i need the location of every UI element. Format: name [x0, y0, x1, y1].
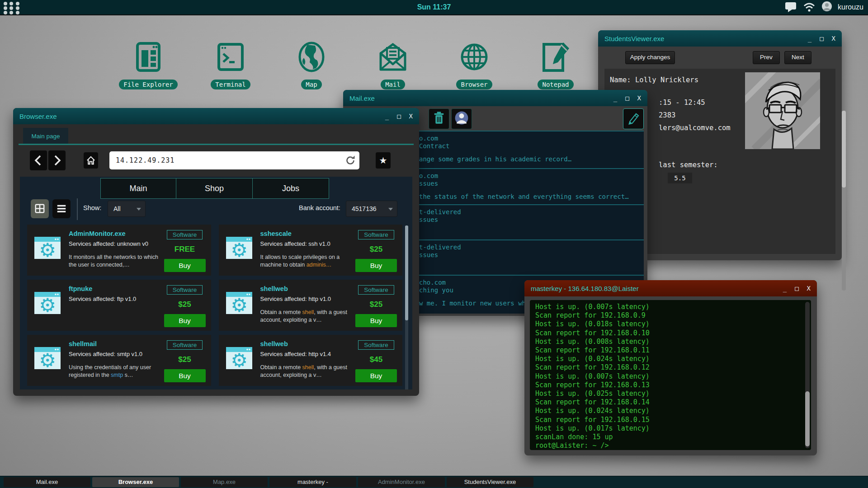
contacts-button[interactable]	[451, 108, 472, 129]
close-icon[interactable]: X	[637, 94, 641, 102]
desktop-icon-label: Map	[301, 80, 321, 89]
taskbar-item-masterkey[interactable]: masterkey -	[269, 477, 356, 487]
back-button[interactable]	[30, 150, 47, 170]
maximize-icon[interactable]: □	[397, 113, 401, 120]
show-filter-select[interactable]: All	[108, 201, 146, 217]
minimize-icon[interactable]: _	[613, 94, 617, 102]
masterkey-titlebar[interactable]: masterkey - 136.64.180.83@Laister _□X	[524, 280, 817, 296]
grade-field[interactable]: 5.5	[668, 173, 692, 183]
terminal-output[interactable]: Host is up. (0.007s latency) Scan report…	[530, 300, 811, 450]
bank-account-select[interactable]: 4517136	[346, 201, 397, 217]
browser-scrollbar[interactable]	[405, 225, 408, 389]
username-label: kurouzu	[838, 3, 863, 11]
app-window-gear-icon: ⚙	[33, 234, 61, 272]
desktop-icon-terminal[interactable]: Terminal	[199, 39, 262, 89]
reload-icon[interactable]	[344, 154, 357, 167]
next-button[interactable]: Next	[784, 51, 811, 64]
taskbar-item-mail-exe[interactable]: Mail.exe	[4, 477, 90, 487]
students-titlebar[interactable]: StudentsViewer.exe _□X	[598, 30, 842, 47]
taskbar-item-studentsviewer-exe[interactable]: StudentsViewer.exe	[447, 477, 533, 487]
url-input[interactable]	[109, 151, 359, 169]
bookmark-button[interactable]: ★	[376, 152, 391, 169]
chat-icon[interactable]	[784, 0, 797, 14]
svg-text:⚙: ⚙	[39, 239, 56, 261]
desktop-icon-label: Browser	[456, 80, 492, 89]
students-scrollbar[interactable]	[842, 111, 846, 291]
desktop-icon-notepad[interactable]: Notepad	[524, 39, 587, 89]
minimize-icon[interactable]: _	[808, 35, 811, 42]
minimize-icon[interactable]: _	[783, 285, 787, 292]
minimize-icon[interactable]: _	[385, 113, 389, 120]
desktop-icon-browser[interactable]: Browser	[443, 39, 506, 89]
prev-button[interactable]: Prev	[753, 51, 780, 64]
product-name[interactable]: shellmail	[69, 340, 163, 347]
terminal-icon	[199, 39, 262, 77]
desktop-icon-label: Terminal	[211, 80, 250, 89]
delete-mail-button[interactable]	[429, 108, 449, 129]
desktop-icon-mail[interactable]: Mail	[361, 39, 425, 89]
product-type-badge: Software	[358, 340, 394, 350]
compose-mail-button[interactable]	[623, 108, 644, 129]
svg-text:⚙: ⚙	[231, 294, 248, 316]
bank-account-label: Bank account:	[299, 204, 340, 211]
buy-button[interactable]: Buy	[355, 369, 397, 382]
product-name[interactable]: AdminMonitor.exe	[69, 230, 163, 237]
maximize-icon[interactable]: □	[625, 94, 629, 102]
student-portrait	[745, 72, 820, 149]
buy-button[interactable]: Buy	[355, 314, 397, 327]
product-name[interactable]: ftpnuke	[69, 285, 163, 292]
terminal-scrollbar[interactable]	[805, 302, 810, 448]
buy-button[interactable]: Buy	[164, 314, 206, 327]
list-view-button[interactable]	[52, 199, 71, 218]
desktop-icon-label: Mail	[381, 80, 405, 89]
site-tab-jobs[interactable]: Jobs	[252, 178, 329, 199]
desktop-icon-map[interactable]: Map	[280, 39, 343, 89]
students-title: StudentsViewer.exe	[604, 35, 664, 42]
svg-text:⚙: ⚙	[39, 349, 56, 371]
product-card: ⚙ shellmail Services affected: smtp v1.0…	[27, 335, 211, 386]
close-icon[interactable]: X	[832, 35, 835, 42]
product-name[interactable]: shellweb	[260, 285, 355, 292]
app-window-gear-icon: ⚙	[33, 344, 61, 382]
buy-button[interactable]: Buy	[355, 259, 397, 272]
product-card: ⚙ ftpnuke Services affected: ftp v1.0 So…	[27, 280, 211, 331]
product-description: Obtain a remote shell, with a guest acco…	[260, 309, 351, 324]
taskbar: Mail.exeBrowser.exeMap.exemasterkey -Adm…	[0, 476, 868, 488]
product-name[interactable]: sshescale	[260, 230, 355, 237]
forward-button[interactable]	[48, 150, 66, 170]
list-view-icon	[56, 203, 67, 214]
wifi-icon[interactable]	[802, 1, 816, 14]
browser-titlebar[interactable]: Browser.exe _□X	[13, 108, 419, 124]
desktop-icon-file-explorer[interactable]: File Explorer	[117, 39, 180, 89]
mail-item-text: ssues	[419, 251, 639, 259]
product-card: ⚙ shellweb Services affected: http v1.0 …	[219, 280, 403, 331]
taskbar-item-browser-exe[interactable]: Browser.exe	[92, 477, 179, 487]
maximize-icon[interactable]: □	[795, 285, 798, 292]
notepad-icon	[524, 39, 587, 77]
buy-button[interactable]: Buy	[164, 369, 206, 382]
maximize-icon[interactable]: □	[820, 35, 823, 42]
taskbar-item-map-exe[interactable]: Map.exe	[181, 477, 268, 487]
grid-view-button[interactable]	[31, 199, 49, 218]
mail-titlebar[interactable]: Mail.exe _□X	[343, 90, 647, 106]
close-icon[interactable]: X	[409, 113, 413, 120]
home-button[interactable]	[84, 152, 98, 169]
product-name[interactable]: shellweb	[260, 340, 355, 347]
masterkey-title: masterkey - 136.64.180.83@Laister	[531, 285, 639, 292]
taskbar-item-adminmonitor-exe[interactable]: AdminMonitor.exe	[358, 477, 445, 487]
buy-button[interactable]: Buy	[164, 259, 206, 272]
site-tab-shop[interactable]: Shop	[176, 178, 253, 199]
site-tab-main[interactable]: Main	[100, 178, 176, 199]
product-price: $25	[370, 245, 382, 254]
browser-page-tab[interactable]: Main page	[23, 128, 68, 145]
home-icon	[85, 155, 97, 166]
svg-text:⚙: ⚙	[231, 349, 248, 371]
apply-changes-button[interactable]: Apply changes	[625, 51, 675, 64]
show-filter-label: Show:	[83, 204, 101, 211]
mail-item-text	[419, 188, 639, 193]
user-avatar-icon[interactable]	[821, 1, 832, 14]
mail-icon	[361, 39, 425, 77]
mail-item-text: ange some grades in his academic record…	[419, 155, 639, 163]
app-window-gear-icon: ⚙	[225, 289, 253, 327]
close-icon[interactable]: X	[807, 285, 811, 292]
